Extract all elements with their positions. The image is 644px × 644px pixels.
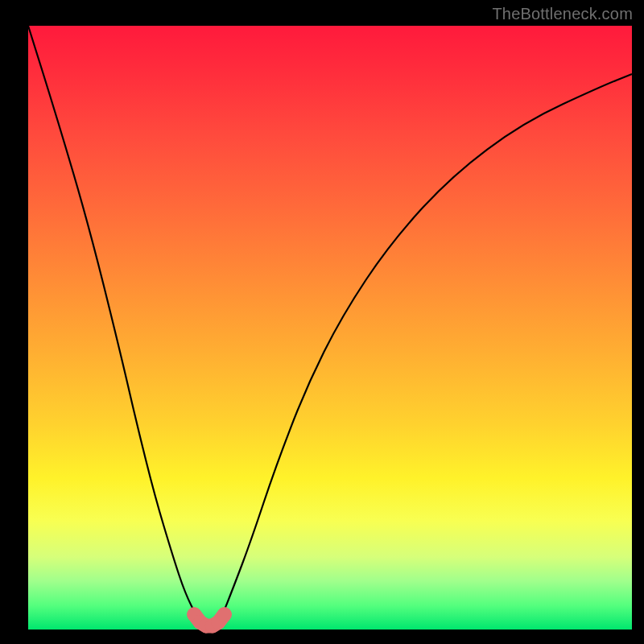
plot-area <box>28 26 632 630</box>
curve-path <box>28 26 632 627</box>
optimum-dots <box>187 607 231 633</box>
watermark-label: TheBottleneck.com <box>492 5 633 23</box>
chart-frame: TheBottleneck.com <box>0 0 644 644</box>
optimum-dot <box>217 607 232 621</box>
bottleneck-curve <box>28 26 632 630</box>
